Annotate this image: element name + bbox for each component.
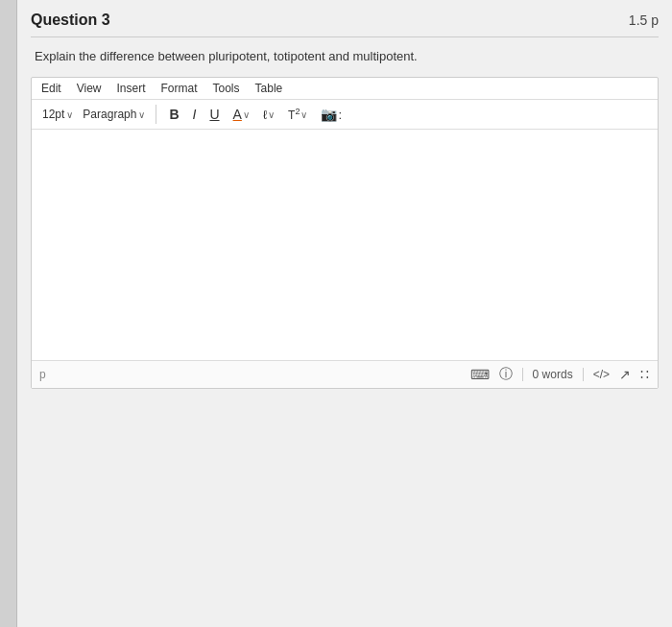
question-title: Question 3	[31, 12, 110, 29]
question-prompt: Explain the difference between pluripote…	[35, 49, 659, 63]
toolbar-colon: :	[338, 108, 342, 122]
text-color-label: A	[233, 107, 242, 122]
underline-button[interactable]: U	[204, 105, 224, 124]
points-label: 1.5 p	[629, 12, 659, 28]
text-color-button[interactable]: A ∨	[228, 105, 254, 124]
accessibility-icon[interactable]: ⓘ	[499, 366, 513, 383]
menu-table[interactable]: Table	[255, 82, 283, 95]
menu-insert[interactable]: Insert	[116, 82, 145, 95]
link-chevron: ∨	[268, 109, 275, 120]
menu-edit[interactable]: Edit	[41, 82, 61, 95]
question-header: Question 3 1.5 p	[31, 12, 659, 37]
text-color-chevron: ∨	[243, 109, 250, 120]
superscript-label: T2	[288, 107, 300, 122]
paragraph-chevron: ∨	[138, 109, 145, 120]
font-size-select[interactable]: 12pt ∨	[39, 107, 76, 122]
menu-tools[interactable]: Tools	[213, 82, 240, 95]
paragraph-label: Paragraph	[83, 108, 136, 121]
more-options-button[interactable]: 📷 :	[316, 105, 347, 124]
editor-body[interactable]	[32, 130, 658, 360]
toolbar-divider-1	[156, 105, 156, 124]
editor-toolbar: 12pt ∨ Paragraph ∨ B I U A ∨ ℓ	[32, 100, 658, 130]
footer-right: ⌨ ⓘ 0 words </> ↗ ∷	[470, 366, 650, 383]
main-content: Question 3 1.5 p Explain the difference …	[17, 0, 672, 627]
more-footer-options[interactable]: ∷	[640, 367, 650, 382]
word-count: 0 words	[522, 368, 584, 381]
bold-label: B	[169, 107, 179, 122]
link-icon: ℓ	[263, 108, 267, 122]
font-size-label: 12pt	[42, 108, 64, 121]
italic-label: I	[193, 107, 197, 122]
more-options-icon: 📷	[321, 107, 337, 122]
bold-button[interactable]: B	[164, 105, 183, 124]
left-sidebar-bar	[0, 0, 17, 627]
editor-menu-bar: Edit View Insert Format Tools Table	[32, 78, 658, 100]
code-view-button[interactable]: </>	[593, 368, 610, 381]
font-size-chevron: ∨	[66, 109, 73, 120]
superscript-chevron: ∨	[300, 109, 307, 120]
menu-view[interactable]: View	[77, 82, 102, 95]
paragraph-select[interactable]: Paragraph ∨	[80, 107, 148, 122]
superscript-button[interactable]: T2 ∨	[283, 105, 312, 124]
menu-format[interactable]: Format	[161, 82, 198, 95]
italic-button[interactable]: I	[188, 105, 202, 124]
expand-button[interactable]: ↗	[619, 367, 631, 382]
link-button[interactable]: ℓ ∨	[258, 106, 279, 124]
keyboard-icon[interactable]: ⌨	[470, 367, 490, 382]
editor-container: Edit View Insert Format Tools Table 12pt…	[31, 77, 659, 389]
footer-tag: p	[39, 368, 46, 381]
editor-footer: p ⌨ ⓘ 0 words </> ↗ ∷	[32, 360, 658, 388]
underline-label: U	[209, 107, 219, 122]
